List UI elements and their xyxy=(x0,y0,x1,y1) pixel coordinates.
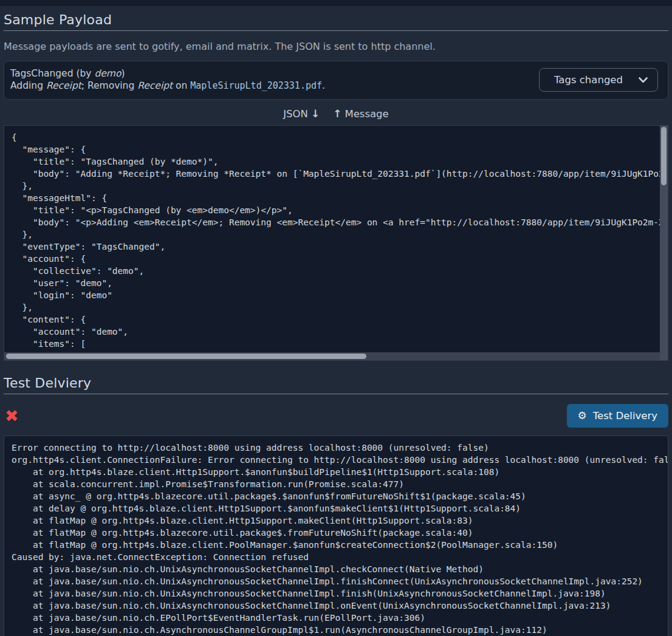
message-scroll-link[interactable]: ↑ Message xyxy=(333,108,389,120)
chevron-down-icon xyxy=(639,77,648,83)
event-title-line: TagsChanged (by demo) xyxy=(10,67,325,80)
sample-payload-description: Message payloads are sent to gotify, ema… xyxy=(4,41,668,52)
test-delivery-title: Test Delviery xyxy=(4,375,668,394)
vertical-scrollbar[interactable] xyxy=(660,126,668,360)
error-log-text: Error connecting to http://localhost:800… xyxy=(12,442,660,636)
json-payload-block: { "message": { "title": "TagsChanged (by… xyxy=(4,125,668,361)
arrow-down-icon: ↓ xyxy=(311,108,320,120)
event-summary: TagsChanged (by demo) Adding Receipt; Re… xyxy=(10,67,325,92)
test-delivery-section: Test Delviery ✖ ⚙ Test Delivery Error co… xyxy=(4,375,668,636)
top-divider-bar xyxy=(0,0,672,6)
sample-payload-section: Sample Payload Message payloads are sent… xyxy=(4,12,668,361)
vertical-scrollbar-thumb[interactable] xyxy=(661,127,667,185)
error-cross-icon: ✖ xyxy=(4,408,19,424)
error-log-block: Error connecting to http://localhost:800… xyxy=(4,436,668,636)
arrow-up-icon: ↑ xyxy=(333,108,341,120)
json-toggle-label: JSON xyxy=(283,108,308,120)
test-delivery-button[interactable]: ⚙ Test Delivery xyxy=(567,404,668,428)
sample-payload-title: Sample Payload xyxy=(4,12,668,31)
page: Sample Payload Message payloads are sent… xyxy=(0,12,672,636)
payload-view-toggle: JSON ↓ ↑ Message xyxy=(4,108,668,120)
json-payload-text: { "message": { "title": "TagsChanged (by… xyxy=(12,131,660,350)
test-delivery-button-label: Test Delivery xyxy=(593,410,657,422)
event-type-dropdown[interactable]: Tags changed xyxy=(539,68,658,92)
json-scroll-link[interactable]: JSON ↓ xyxy=(283,108,320,120)
horizontal-scrollbar[interactable] xyxy=(4,352,660,360)
event-detail-line: Adding Receipt; Removing Receipt on Mapl… xyxy=(10,80,325,92)
horizontal-scrollbar-thumb[interactable] xyxy=(6,354,366,359)
event-type-dropdown-value: Tags changed xyxy=(554,74,623,86)
test-delivery-controls: ✖ ⚙ Test Delivery xyxy=(4,404,668,428)
gear-icon: ⚙ xyxy=(578,411,587,421)
event-sample-panel: TagsChanged (by demo) Adding Receipt; Re… xyxy=(4,61,668,100)
message-toggle-label: Message xyxy=(345,108,388,120)
